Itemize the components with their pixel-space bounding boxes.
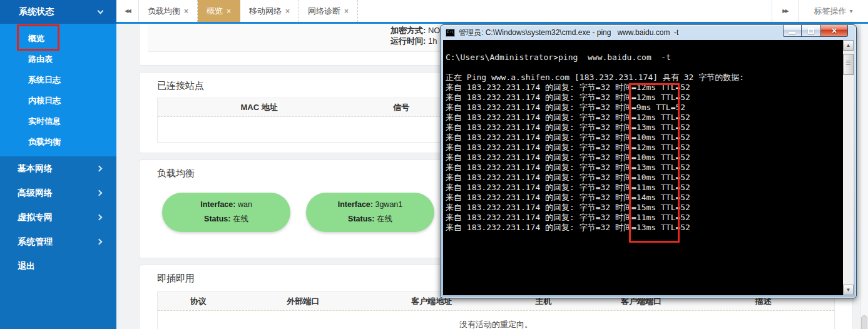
sidebar-header-label: 系统状态 (19, 6, 98, 18)
minimize-icon (789, 32, 795, 34)
cmd-window: 管理员: C:\Windows\system32\cmd.exe - ping … (440, 24, 857, 298)
tab-label: 移动网络 (249, 6, 282, 16)
tabbar: ◀◀ 负载均衡×概览×移动网络×网络诊断× ▶▶ 标签操作 ▾ (116, 0, 868, 24)
tabbar-spacer (358, 0, 772, 22)
close-icon: × (832, 25, 837, 36)
column-header: MAC 地址 (158, 102, 360, 113)
scroll-down-arrow-icon[interactable]: ▼ (843, 285, 854, 295)
double-chevron-right-icon: ▶▶ (782, 8, 787, 14)
maximize-button[interactable] (802, 25, 821, 37)
info-value: 1h (426, 36, 437, 46)
pill-interface-label: Interface: (338, 200, 375, 209)
tab-operations-label: 标签操作 (814, 6, 846, 17)
chevron-right-icon (96, 239, 103, 245)
pill-status-value: 在线 (377, 215, 392, 223)
tab-load-balance[interactable]: 负载均衡× (139, 0, 198, 22)
pill-interface: Interface: 3gwan1 (338, 200, 403, 209)
sidebar-item-vpn[interactable]: 虚拟专网 (0, 205, 116, 230)
sidebar-item-routing-table[interactable]: 路由表 (0, 49, 116, 69)
router-admin-app: 系统状态 概览路由表系统日志内核日志实时信息负载均衡 基本网络高级网络虚拟专网系… (0, 0, 868, 329)
pill-status: Status: 在线 (204, 214, 248, 225)
sidebar-sections: 基本网络高级网络虚拟专网系统管理退出 (0, 156, 116, 278)
page-scrollbar[interactable] (860, 24, 868, 329)
sidebar-section-label: 虚拟专网 (18, 212, 97, 223)
info-row: 加密方式: NO (391, 25, 440, 36)
tab-mobile-network[interactable]: 移动网络× (240, 0, 299, 22)
scroll-up-arrow-icon[interactable]: ▲ (843, 40, 854, 51)
upnp-empty-text: 没有活动的重定向。 (158, 311, 834, 329)
console-text: C:\Users\Administrator>ping www.baidu.co… (443, 40, 854, 233)
tab-label: 网络诊断 (308, 6, 340, 16)
console-scrollbar: ▲ ▼ (843, 40, 854, 295)
sidebar-section-label: 系统管理 (18, 236, 97, 248)
pill-interface-label: Interface: (200, 200, 238, 209)
pill-interface-value: wan (238, 200, 252, 209)
sidebar-item-system-management[interactable]: 系统管理 (0, 230, 116, 254)
pill-interface: Interface: wan (200, 200, 252, 209)
connected-stations-title: 已连接站点 (157, 80, 204, 92)
load-balance-title: 负载均衡 (157, 168, 195, 180)
info-row: 运行时间: 1h (391, 36, 440, 46)
chevron-right-icon (96, 190, 103, 196)
chevron-right-icon (96, 215, 103, 221)
cmd-console[interactable]: C:\Users\Administrator>ping www.baidu.co… (443, 40, 854, 295)
sidebar-section-label: 高级网络 (18, 188, 97, 199)
cmd-icon (446, 29, 455, 37)
tab-overview[interactable]: 概览× (198, 0, 240, 22)
sidebar-item-system-status[interactable]: 系统状态 (0, 0, 116, 24)
info-label: 加密方式: (391, 26, 426, 35)
cmd-window-title: 管理员: C:\Windows\system32\cmd.exe - ping … (459, 28, 678, 38)
pill-status-value: 在线 (233, 215, 248, 223)
tab-scroll-right-button[interactable]: ▶▶ (772, 0, 798, 22)
interface-pill-wan: Interface: wanStatus: 在线 (162, 193, 290, 232)
caption-buttons: × (783, 25, 848, 37)
column-header: 协议 (158, 296, 239, 307)
tab-label: 概览 (207, 6, 223, 16)
sidebar-item-basic-network[interactable]: 基本网络 (0, 156, 116, 181)
page-scrollbar-thumb[interactable] (861, 315, 867, 329)
pill-interface-value: 3gwan1 (375, 200, 402, 209)
sidebar-item-load-balance[interactable]: 负载均衡 (0, 131, 116, 152)
sidebar-section-label: 基本网络 (18, 163, 97, 175)
sidebar-item-advanced-network[interactable]: 高级网络 (0, 181, 116, 205)
sidebar-item-kernel-log[interactable]: 内核日志 (0, 90, 116, 111)
sidebar-submenu: 概览路由表系统日志内核日志实时信息负载均衡 (0, 24, 116, 156)
sidebar-item-system-log[interactable]: 系统日志 (0, 69, 116, 90)
info-value: NO (426, 26, 440, 35)
chevron-right-icon (96, 166, 103, 172)
sidebar-logout-label: 退出 (18, 261, 101, 272)
interface-pill-3gwan1: Interface: 3gwan1Status: 在线 (306, 193, 434, 232)
pill-status-label: Status: (348, 215, 377, 223)
upnp-title: 即插即用 (157, 273, 195, 285)
column-header: 信号 (360, 102, 442, 113)
maximize-icon (808, 28, 814, 34)
minimize-button[interactable] (783, 25, 802, 37)
sidebar: 系统状态 概览路由表系统日志内核日志实时信息负载均衡 基本网络高级网络虚拟专网系… (0, 0, 116, 329)
tab-scroll-left-button[interactable]: ◀◀ (116, 0, 139, 22)
tab-close-icon[interactable]: × (227, 7, 231, 16)
tab-close-icon[interactable]: × (285, 7, 290, 16)
interface-pills: Interface: wanStatus: 在线Interface: 3gwan… (162, 193, 434, 232)
sidebar-item-realtime-info[interactable]: 实时信息 (0, 111, 116, 131)
tab-label: 负载均衡 (148, 6, 180, 16)
pill-status: Status: 在线 (348, 214, 392, 225)
close-button[interactable]: × (821, 25, 848, 37)
double-chevron-left-icon: ◀◀ (125, 8, 130, 14)
tab-close-icon[interactable]: × (344, 7, 349, 16)
info-rows: 加密方式: NO运行时间: 1h (391, 25, 440, 46)
caret-down-icon: ▾ (849, 8, 852, 14)
sidebar-item-overview[interactable]: 概览 (0, 28, 116, 49)
tab-operations-menu[interactable]: 标签操作 ▾ (798, 0, 868, 22)
tab-network-diagnosis[interactable]: 网络诊断× (299, 0, 358, 22)
column-header: 外部端口 (239, 296, 367, 307)
sidebar-item-logout[interactable]: 退出 (0, 254, 116, 278)
info-label: 运行时间: (391, 36, 426, 46)
chevron-down-icon (98, 8, 104, 14)
pill-status-label: Status: (204, 215, 233, 223)
tabs-container: 负载均衡×概览×移动网络×网络诊断× (139, 0, 358, 22)
tab-close-icon[interactable]: × (184, 7, 188, 16)
console-scrollbar-thumb[interactable] (843, 54, 854, 75)
